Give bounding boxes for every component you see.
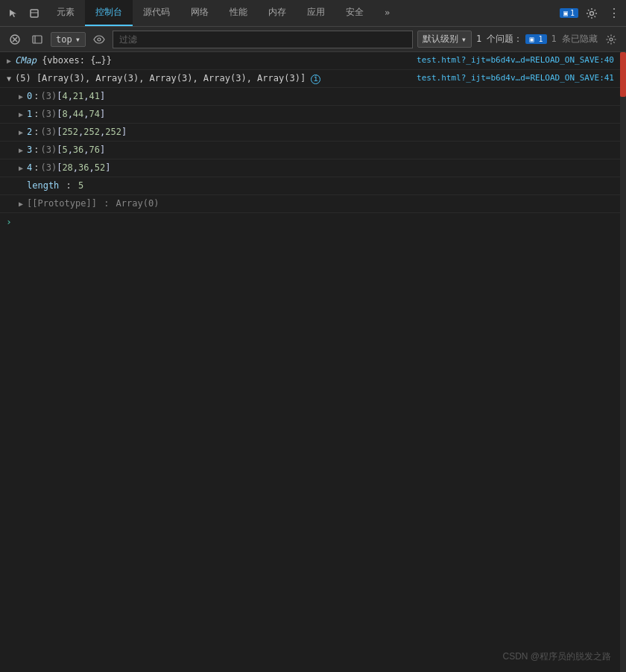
prompt-arrow-icon: › <box>6 216 12 227</box>
array-item-2: ▶ 2 : (3) [ 252 , 252 , 252 ] <box>0 124 620 142</box>
length-content: length : 5 <box>27 179 620 192</box>
item3-content: 3 : (3) [ 5 , 36 , 76 ] <box>27 143 620 156</box>
issue-count-badge: ▣ 1 <box>525 34 546 44</box>
svg-point-4 <box>98 38 101 41</box>
console-line-array-header: ▼ (5) [Array(3), Array(3), Array(3), Arr… <box>0 70 620 88</box>
item0-expand-arrow[interactable]: ▶ <box>15 89 27 104</box>
console-badge: ▣ 1 <box>560 8 578 18</box>
item1-content: 1 : (3) [ 8 , 44 , 74 ] <box>27 107 620 121</box>
array-expand-arrow[interactable]: ▼ <box>3 72 15 86</box>
toolbar: top ▾ 默认级别 ▾ 1 个问题： ▣ 1 1 条已隐藏 <box>0 27 626 52</box>
tab-network[interactable]: 网络 <box>180 0 219 26</box>
scrollbar-track[interactable] <box>620 52 626 672</box>
item1-expand-arrow[interactable]: ▶ <box>15 107 27 121</box>
level-label: 默认级别 <box>423 33 458 45</box>
item1-index: 1 <box>27 107 32 121</box>
hidden-count: 1 条已隐藏 <box>551 33 598 45</box>
eye-icon[interactable] <box>90 31 108 48</box>
svg-point-5 <box>610 38 613 41</box>
prototype-label: [[Prototype]] <box>27 198 97 209</box>
cursor-icon[interactable] <box>3 3 24 24</box>
array-source-link[interactable]: test.html?_ijt=b6d4v…d=RELOAD_ON_SAVE:41 <box>417 72 620 85</box>
console-prompt[interactable]: › <box>0 213 620 230</box>
tab-performance[interactable]: 性能 <box>219 0 258 26</box>
array-item-4: ▶ 4 : (3) [ 28 , 36 , 52 ] <box>0 159 620 177</box>
array-prototype-row: ▶ [[Prototype]] : Array(0) <box>0 195 620 213</box>
issue-console-icon: ▣ <box>529 35 534 43</box>
tab-console[interactable]: 控制台 <box>85 0 133 26</box>
array-length-row: ▶ length : 5 <box>0 177 620 195</box>
item3-index: 3 <box>27 143 32 156</box>
console-line-cmap: ▶ CMap {vboxes: {…}} test.html?_ijt=b6d4… <box>0 52 620 70</box>
nav-right: ▣ 1 ⋮ <box>560 4 623 22</box>
tab-application[interactable]: 应用 <box>297 0 335 26</box>
cmap-source-link[interactable]: test.html?_ijt=b6d4v…d=RELOAD_ON_SAVE:40 <box>417 54 620 67</box>
scrollbar-thumb[interactable] <box>620 52 626 97</box>
console-badge-count: 1 <box>570 9 575 17</box>
chevron-down-icon: ▾ <box>75 34 80 45</box>
filter-input-wrap[interactable] <box>113 31 413 48</box>
toggle-sidebar-button[interactable] <box>28 31 46 48</box>
tab-elements[interactable]: 元素 <box>46 0 85 26</box>
tab-more[interactable]: » <box>374 0 400 26</box>
item0-content: 0 : (3) [ 4 , 21 , 41 ] <box>27 89 620 103</box>
settings-nav-icon[interactable] <box>583 4 601 22</box>
array-info-icon: i <box>311 75 320 84</box>
item4-index: 4 <box>27 161 32 174</box>
item4-content: 4 : (3) [ 28 , 36 , 52 ] <box>27 161 620 174</box>
cmap-value: {vboxes: {…}} <box>42 55 112 66</box>
issues-badge: 1 个问题： ▣ 1 <box>476 33 547 45</box>
context-label: top <box>56 34 72 45</box>
item3-expand-arrow[interactable]: ▶ <box>15 143 27 157</box>
item0-index: 0 <box>27 89 32 103</box>
cmap-expand-arrow[interactable]: ▶ <box>3 54 15 68</box>
item2-index: 2 <box>27 125 32 139</box>
array-item-0: ▶ 0 : (3) [ 4 , 21 , 41 ] <box>0 88 620 106</box>
length-label: length <box>27 180 59 191</box>
watermark: CSDN @程序员的脱发之路 <box>502 650 611 663</box>
clear-console-button[interactable] <box>6 31 24 48</box>
prototype-content: [[Prototype]] : Array(0) <box>27 197 620 210</box>
tab-source[interactable]: 源代码 <box>133 0 180 26</box>
svg-rect-0 <box>31 10 38 17</box>
prototype-expand-arrow[interactable]: ▶ <box>15 197 27 211</box>
item2-content: 2 : (3) [ 252 , 252 , 252 ] <box>27 125 620 139</box>
length-value: 5 <box>78 180 83 191</box>
tab-memory[interactable]: 内存 <box>258 0 297 26</box>
svg-rect-3 <box>33 36 42 43</box>
box-icon[interactable] <box>24 3 45 24</box>
tab-security[interactable]: 安全 <box>335 0 374 26</box>
console-settings-icon[interactable] <box>602 31 620 48</box>
more-options-icon[interactable]: ⋮ <box>605 6 623 20</box>
item2-expand-arrow[interactable]: ▶ <box>15 125 27 139</box>
log-level-selector[interactable]: 默认级别 ▾ <box>417 31 472 48</box>
execution-context-selector[interactable]: top ▾ <box>51 32 86 47</box>
console-badge-icon: ▣ <box>563 9 568 17</box>
issue-count: 1 <box>539 35 543 43</box>
top-nav: 元素 控制台 源代码 网络 性能 内存 应用 安全 » ▣ 1 ⋮ <box>0 0 626 27</box>
nav-tabs: 元素 控制台 源代码 网络 性能 内存 应用 安全 » <box>46 0 400 26</box>
cmap-content: CMap {vboxes: {…}} <box>15 54 417 67</box>
array-item-1: ▶ 1 : (3) [ 8 , 44 , 74 ] <box>0 106 620 124</box>
chevron-down-icon-level: ▾ <box>461 34 467 45</box>
item4-expand-arrow[interactable]: ▶ <box>15 161 27 175</box>
prototype-value: Array(0) <box>116 198 159 209</box>
svg-point-1 <box>590 11 594 15</box>
console-output[interactable]: ▶ CMap {vboxes: {…}} test.html?_ijt=b6d4… <box>0 52 620 672</box>
filter-input[interactable] <box>119 34 406 45</box>
cmap-key-label: CMap <box>15 55 42 66</box>
array-header-content: (5) [Array(3), Array(3), Array(3), Array… <box>15 72 417 85</box>
array-item-3: ▶ 3 : (3) [ 5 , 36 , 76 ] <box>0 142 620 159</box>
array-header-label: (5) [Array(3), Array(3), Array(3), Array… <box>15 73 311 83</box>
issues-text: 1 个问题： <box>476 33 522 45</box>
console-area: ▶ CMap {vboxes: {…}} test.html?_ijt=b6d4… <box>0 52 626 672</box>
